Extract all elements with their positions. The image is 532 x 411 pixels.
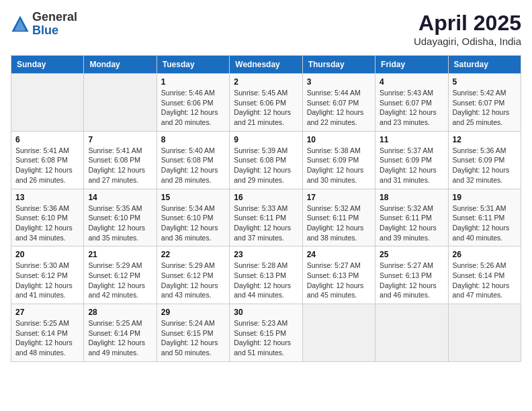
day-info: Sunrise: 5:46 AMSunset: 6:06 PMDaylight:… bbox=[161, 88, 225, 128]
calendar-day-cell: 7 Sunrise: 5:41 AMSunset: 6:08 PMDayligh… bbox=[84, 131, 157, 189]
day-number: 24 bbox=[307, 250, 371, 259]
calendar-week-row: 6 Sunrise: 5:41 AMSunset: 6:08 PMDayligh… bbox=[11, 131, 521, 189]
day-info: Sunrise: 5:39 AMSunset: 6:08 PMDaylight:… bbox=[234, 146, 298, 185]
location: Udayagiri, Odisha, India bbox=[414, 36, 521, 47]
day-number: 10 bbox=[307, 135, 371, 144]
logo-icon bbox=[11, 15, 30, 34]
day-number: 29 bbox=[161, 308, 225, 317]
calendar-day-cell: 24 Sunrise: 5:27 AMSunset: 6:13 PMDaylig… bbox=[302, 246, 375, 304]
day-number: 21 bbox=[88, 250, 152, 259]
page-header: General Blue April 2025 Udayagiri, Odish… bbox=[11, 11, 521, 47]
day-number: 17 bbox=[307, 193, 371, 202]
day-number: 16 bbox=[234, 193, 298, 202]
day-info: Sunrise: 5:28 AMSunset: 6:13 PMDaylight:… bbox=[234, 261, 298, 300]
calendar-day-cell: 23 Sunrise: 5:28 AMSunset: 6:13 PMDaylig… bbox=[230, 246, 302, 304]
day-of-week-header: Thursday bbox=[302, 56, 375, 74]
day-number: 28 bbox=[88, 308, 152, 317]
day-info: Sunrise: 5:27 AMSunset: 6:13 PMDaylight:… bbox=[380, 261, 443, 300]
day-number: 11 bbox=[380, 135, 443, 144]
day-number: 3 bbox=[307, 77, 371, 87]
calendar-day-cell: 25 Sunrise: 5:27 AMSunset: 6:13 PMDaylig… bbox=[375, 246, 448, 304]
day-info: Sunrise: 5:41 AMSunset: 6:08 PMDaylight:… bbox=[15, 146, 79, 185]
day-info: Sunrise: 5:44 AMSunset: 6:07 PMDaylight:… bbox=[307, 88, 371, 128]
calendar-day-cell: 18 Sunrise: 5:32 AMSunset: 6:11 PMDaylig… bbox=[375, 189, 448, 246]
day-number: 20 bbox=[15, 250, 79, 259]
day-of-week-header: Friday bbox=[375, 56, 448, 74]
calendar-week-row: 27 Sunrise: 5:25 AMSunset: 6:14 PMDaylig… bbox=[11, 304, 521, 362]
day-info: Sunrise: 5:38 AMSunset: 6:09 PMDaylight:… bbox=[307, 146, 371, 185]
calendar-day-cell: 28 Sunrise: 5:25 AMSunset: 6:14 PMDaylig… bbox=[84, 304, 157, 362]
day-info: Sunrise: 5:26 AMSunset: 6:14 PMDaylight:… bbox=[453, 261, 517, 300]
calendar-day-cell: 27 Sunrise: 5:25 AMSunset: 6:14 PMDaylig… bbox=[11, 304, 84, 362]
day-number: 14 bbox=[88, 193, 152, 202]
day-of-week-header: Wednesday bbox=[230, 56, 302, 74]
calendar-day-cell: 15 Sunrise: 5:34 AMSunset: 6:10 PMDaylig… bbox=[157, 189, 229, 246]
day-info: Sunrise: 5:42 AMSunset: 6:07 PMDaylight:… bbox=[453, 88, 517, 128]
calendar-day-cell: 13 Sunrise: 5:36 AMSunset: 6:10 PMDaylig… bbox=[11, 189, 84, 246]
day-info: Sunrise: 5:32 AMSunset: 6:11 PMDaylight:… bbox=[380, 203, 443, 243]
day-number: 1 bbox=[161, 77, 225, 87]
calendar-day-cell: 10 Sunrise: 5:38 AMSunset: 6:09 PMDaylig… bbox=[302, 131, 375, 189]
day-number: 12 bbox=[453, 135, 517, 144]
day-info: Sunrise: 5:37 AMSunset: 6:09 PMDaylight:… bbox=[380, 146, 443, 185]
day-info: Sunrise: 5:25 AMSunset: 6:14 PMDaylight:… bbox=[88, 318, 152, 358]
calendar-day-cell bbox=[375, 304, 448, 362]
calendar-day-cell: 21 Sunrise: 5:29 AMSunset: 6:12 PMDaylig… bbox=[84, 246, 157, 304]
day-number: 19 bbox=[453, 193, 517, 202]
day-info: Sunrise: 5:25 AMSunset: 6:14 PMDaylight:… bbox=[15, 318, 79, 358]
day-info: Sunrise: 5:40 AMSunset: 6:08 PMDaylight:… bbox=[161, 146, 225, 185]
logo: General Blue bbox=[11, 11, 77, 38]
day-of-week-header: Sunday bbox=[11, 56, 84, 74]
calendar-day-cell: 12 Sunrise: 5:36 AMSunset: 6:09 PMDaylig… bbox=[448, 131, 521, 189]
calendar-week-row: 13 Sunrise: 5:36 AMSunset: 6:10 PMDaylig… bbox=[11, 189, 521, 246]
day-number: 5 bbox=[453, 77, 517, 87]
calendar-day-cell bbox=[84, 74, 157, 132]
day-number: 2 bbox=[234, 77, 298, 87]
calendar-day-cell: 19 Sunrise: 5:31 AMSunset: 6:11 PMDaylig… bbox=[448, 189, 521, 246]
calendar-week-row: 1 Sunrise: 5:46 AMSunset: 6:06 PMDayligh… bbox=[11, 74, 521, 132]
day-info: Sunrise: 5:29 AMSunset: 6:12 PMDaylight:… bbox=[161, 261, 225, 300]
calendar-day-cell: 1 Sunrise: 5:46 AMSunset: 6:06 PMDayligh… bbox=[157, 74, 229, 132]
calendar-day-cell: 2 Sunrise: 5:45 AMSunset: 6:06 PMDayligh… bbox=[230, 74, 302, 132]
calendar-day-cell: 8 Sunrise: 5:40 AMSunset: 6:08 PMDayligh… bbox=[157, 131, 229, 189]
calendar-day-cell: 26 Sunrise: 5:26 AMSunset: 6:14 PMDaylig… bbox=[448, 246, 521, 304]
title-block: April 2025 Udayagiri, Odisha, India bbox=[414, 11, 521, 47]
day-number: 23 bbox=[234, 250, 298, 259]
logo-blue: Blue bbox=[32, 24, 77, 38]
day-number: 4 bbox=[380, 77, 443, 87]
day-info: Sunrise: 5:27 AMSunset: 6:13 PMDaylight:… bbox=[307, 261, 371, 300]
day-info: Sunrise: 5:30 AMSunset: 6:12 PMDaylight:… bbox=[15, 261, 79, 300]
day-number: 26 bbox=[453, 250, 517, 259]
calendar-day-cell bbox=[11, 74, 84, 132]
day-info: Sunrise: 5:41 AMSunset: 6:08 PMDaylight:… bbox=[88, 146, 152, 185]
day-number: 6 bbox=[15, 135, 79, 144]
day-info: Sunrise: 5:43 AMSunset: 6:07 PMDaylight:… bbox=[380, 88, 443, 128]
day-number: 15 bbox=[161, 193, 225, 202]
calendar-week-row: 20 Sunrise: 5:30 AMSunset: 6:12 PMDaylig… bbox=[11, 246, 521, 304]
day-info: Sunrise: 5:35 AMSunset: 6:10 PMDaylight:… bbox=[88, 203, 152, 243]
day-info: Sunrise: 5:32 AMSunset: 6:11 PMDaylight:… bbox=[307, 203, 371, 243]
calendar-day-cell: 30 Sunrise: 5:23 AMSunset: 6:15 PMDaylig… bbox=[230, 304, 302, 362]
day-number: 30 bbox=[234, 308, 298, 317]
day-info: Sunrise: 5:33 AMSunset: 6:11 PMDaylight:… bbox=[234, 203, 298, 243]
day-of-week-header: Saturday bbox=[448, 56, 521, 74]
calendar-day-cell: 9 Sunrise: 5:39 AMSunset: 6:08 PMDayligh… bbox=[230, 131, 302, 189]
day-of-week-header: Tuesday bbox=[157, 56, 229, 74]
calendar-day-cell: 16 Sunrise: 5:33 AMSunset: 6:11 PMDaylig… bbox=[230, 189, 302, 246]
calendar-day-cell: 29 Sunrise: 5:24 AMSunset: 6:15 PMDaylig… bbox=[157, 304, 229, 362]
day-info: Sunrise: 5:29 AMSunset: 6:12 PMDaylight:… bbox=[88, 261, 152, 300]
calendar-day-cell: 14 Sunrise: 5:35 AMSunset: 6:10 PMDaylig… bbox=[84, 189, 157, 246]
day-number: 7 bbox=[88, 135, 152, 144]
calendar-table: SundayMondayTuesdayWednesdayThursdayFrid… bbox=[11, 55, 521, 362]
logo-text: General Blue bbox=[32, 11, 77, 38]
day-info: Sunrise: 5:24 AMSunset: 6:15 PMDaylight:… bbox=[161, 318, 225, 358]
month-year: April 2025 bbox=[414, 11, 521, 36]
calendar-day-cell: 3 Sunrise: 5:44 AMSunset: 6:07 PMDayligh… bbox=[302, 74, 375, 132]
day-info: Sunrise: 5:31 AMSunset: 6:11 PMDaylight:… bbox=[453, 203, 517, 243]
day-number: 27 bbox=[15, 308, 79, 317]
day-info: Sunrise: 5:45 AMSunset: 6:06 PMDaylight:… bbox=[234, 88, 298, 128]
calendar-day-cell: 20 Sunrise: 5:30 AMSunset: 6:12 PMDaylig… bbox=[11, 246, 84, 304]
calendar-day-cell: 17 Sunrise: 5:32 AMSunset: 6:11 PMDaylig… bbox=[302, 189, 375, 246]
calendar-day-cell: 6 Sunrise: 5:41 AMSunset: 6:08 PMDayligh… bbox=[11, 131, 84, 189]
day-number: 25 bbox=[380, 250, 443, 259]
